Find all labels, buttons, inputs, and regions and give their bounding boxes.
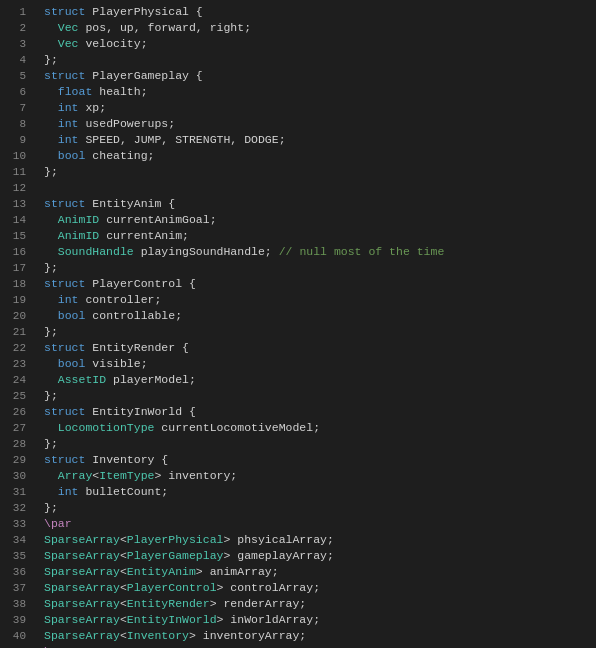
line-number: 9 (0, 132, 34, 148)
line-number: 41 (0, 644, 34, 648)
code-line: }; (44, 260, 596, 276)
code-editor: 1234567891011121314151617181920212223242… (0, 0, 596, 648)
token-kw: struct (44, 69, 85, 82)
code-line: }; (44, 324, 596, 340)
token-punct: currentAnim; (99, 229, 189, 242)
code-line: int controller; (44, 292, 596, 308)
code-line: Array<ItemType> inventory; (44, 468, 596, 484)
code-line: }; (44, 500, 596, 516)
code-line: struct PlayerControl { (44, 276, 596, 292)
code-line: struct PlayerGameplay { (44, 68, 596, 84)
token-punct: currentLocomotiveModel; (154, 421, 320, 434)
token-kw: int (58, 101, 79, 114)
token-punct: }; (44, 261, 58, 274)
code-line: int usedPowerups; (44, 116, 596, 132)
token-punct (44, 149, 58, 162)
token-punct (44, 229, 58, 242)
token-punct: < (120, 549, 127, 562)
token-type: PlayerGameplay (127, 549, 224, 562)
token-type: SparseArray (44, 597, 120, 610)
token-kw: bool (58, 309, 86, 322)
code-line: Vec pos, up, forward, right; (44, 20, 596, 36)
token-type: ItemType (99, 469, 154, 482)
token-kw: struct (44, 341, 85, 354)
token-type: SparseArray (44, 581, 120, 594)
token-punct: > phsyicalArray; (223, 533, 333, 546)
line-number: 14 (0, 212, 34, 228)
code-line: int bulletCount; (44, 484, 596, 500)
token-punct: PlayerPhysical { (85, 5, 202, 18)
token-punct: < (120, 629, 127, 642)
token-punct: > controlArray; (217, 581, 321, 594)
token-punct (44, 293, 58, 306)
token-type: AnimID (58, 213, 99, 226)
token-type: PlayerControl (127, 581, 217, 594)
token-kw2: \par (44, 517, 72, 530)
token-punct: < (120, 613, 127, 626)
token-punct: < (120, 533, 127, 546)
token-type: LocomotionType (58, 421, 155, 434)
code-line: SoundHandle playingSoundHandle; // null … (44, 244, 596, 260)
code-line: struct Inventory { (44, 452, 596, 468)
token-punct: controllable; (85, 309, 182, 322)
token-kw: bool (58, 149, 86, 162)
token-punct: > gameplayArray; (223, 549, 333, 562)
token-kw: bool (58, 357, 86, 370)
code-line: struct EntityInWorld { (44, 404, 596, 420)
token-punct (44, 373, 58, 386)
code-line: LocomotionType currentLocomotiveModel; (44, 420, 596, 436)
line-number: 3 (0, 36, 34, 52)
token-punct: > inventoryArray; (189, 629, 306, 642)
line-number: 29 (0, 452, 34, 468)
code-line: bool cheating; (44, 148, 596, 164)
token-punct: EntityInWorld { (85, 405, 195, 418)
token-type: EntityAnim (127, 565, 196, 578)
token-punct: }; (44, 389, 58, 402)
code-line: struct PlayerPhysical { (44, 4, 596, 20)
token-punct: usedPowerups; (79, 117, 176, 130)
line-number: 23 (0, 356, 34, 372)
token-comment: // null most of the time (279, 245, 445, 258)
code-line: }; (44, 52, 596, 68)
line-number: 12 (0, 180, 34, 196)
line-number: 15 (0, 228, 34, 244)
token-type: SparseArray (44, 565, 120, 578)
code-line: AnimID currentAnim; (44, 228, 596, 244)
token-punct (44, 21, 58, 34)
line-number: 19 (0, 292, 34, 308)
token-kw: struct (44, 197, 85, 210)
token-punct: cheating; (85, 149, 154, 162)
token-type: SparseArray (44, 549, 120, 562)
token-punct: > renderArray; (210, 597, 307, 610)
token-punct (44, 133, 58, 146)
token-kw: int (58, 485, 79, 498)
token-kw: int (58, 117, 79, 130)
token-punct: currentAnimGoal; (99, 213, 216, 226)
line-number: 22 (0, 340, 34, 356)
line-number: 5 (0, 68, 34, 84)
line-number: 4 (0, 52, 34, 68)
token-punct: pos, up, forward, right; (79, 21, 252, 34)
token-punct: > inventory; (154, 469, 237, 482)
code-line: \par (44, 516, 596, 532)
line-number: 26 (0, 404, 34, 420)
code-line (44, 180, 596, 196)
code-content[interactable]: struct PlayerPhysical { Vec pos, up, for… (34, 0, 596, 648)
line-number: 11 (0, 164, 34, 180)
token-punct: EntityRender { (85, 341, 189, 354)
token-punct: EntityAnim { (85, 197, 175, 210)
token-kw: struct (44, 277, 85, 290)
code-line: SparseArray<PlayerPhysical> phsyicalArra… (44, 532, 596, 548)
token-punct: xp; (79, 101, 107, 114)
line-number: 8 (0, 116, 34, 132)
token-punct: Inventory { (85, 453, 168, 466)
token-type: Array (58, 469, 93, 482)
code-line: }; (44, 164, 596, 180)
code-line: int SPEED, JUMP, STRENGTH, DODGE; (44, 132, 596, 148)
token-punct (44, 213, 58, 226)
token-punct: bulletCount; (79, 485, 169, 498)
token-punct: PlayerGameplay { (85, 69, 202, 82)
token-punct: velocity; (79, 37, 148, 50)
code-line: SparseArray<PlayerGameplay> gameplayArra… (44, 548, 596, 564)
token-punct (44, 357, 58, 370)
